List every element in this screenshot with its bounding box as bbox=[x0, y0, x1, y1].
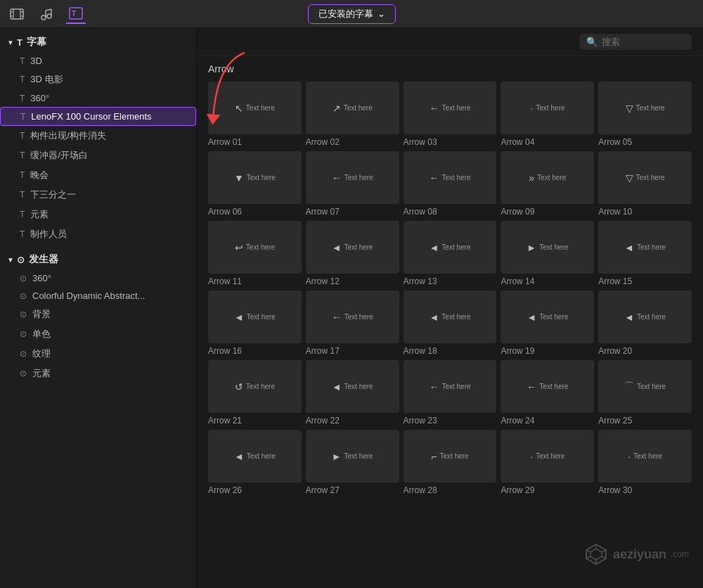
arrow-symbol-25: ⌒ bbox=[624, 381, 634, 393]
sidebar-item-gen-element[interactable]: ⊙ 元素 bbox=[0, 364, 196, 383]
T-icon: T bbox=[20, 94, 25, 103]
sidebar-item-gen-360[interactable]: ⊙ 360° bbox=[0, 269, 196, 287]
sidebar-item-3d-film[interactable]: T 3D 电影 bbox=[0, 70, 196, 89]
search-input[interactable] bbox=[602, 37, 686, 47]
sidebar-item-bumper[interactable]: T 缓冲器/开场白 bbox=[0, 146, 196, 165]
grid-item-arrow-29[interactable]: ·Text hereArrow 29 bbox=[501, 430, 594, 495]
grid-item-arrow-14[interactable]: ►Text hereArrow 14 bbox=[501, 221, 594, 286]
grid-label-19: Arrow 19 bbox=[501, 346, 594, 356]
grid-item-arrow-07[interactable]: ←Text hereArrow 07 bbox=[306, 151, 399, 217]
arrow-symbol-28: ⌐ bbox=[431, 451, 437, 462]
grid-thumb-22[interactable]: ◄Text here bbox=[306, 360, 399, 413]
grid-item-arrow-30[interactable]: ·Text hereArrow 30 bbox=[598, 430, 692, 495]
grid-item-arrow-11[interactable]: ↩Text hereArrow 11 bbox=[208, 221, 302, 286]
grid-item-arrow-08[interactable]: ←Text hereArrow 08 bbox=[404, 151, 497, 217]
grid-thumb-23[interactable]: ←Text here bbox=[404, 360, 497, 413]
grid-thumb-25[interactable]: ⌒Text here bbox=[598, 360, 692, 413]
grid-thumb-29[interactable]: ·Text here bbox=[501, 430, 594, 482]
grid-thumb-19[interactable]: ◄Text here bbox=[501, 290, 594, 343]
grid-thumb-14[interactable]: ►Text here bbox=[501, 221, 594, 274]
grid-thumb-9[interactable]: »Text here bbox=[501, 151, 594, 204]
sidebar-item-colorful[interactable]: ⊙ Colorful Dynamic Abstract... bbox=[0, 287, 196, 305]
grid-item-arrow-20[interactable]: ◄Text hereArrow 20 bbox=[598, 290, 692, 356]
grid-thumb-3[interactable]: ←Text here bbox=[404, 82, 497, 134]
film-icon[interactable] bbox=[7, 4, 27, 24]
grid-thumb-4[interactable]: ·Text here bbox=[501, 82, 594, 134]
grid-item-arrow-21[interactable]: ↺Text hereArrow 21 bbox=[208, 360, 302, 426]
svg-text:T: T bbox=[72, 10, 76, 18]
music-icon[interactable] bbox=[37, 4, 56, 24]
grid-item-arrow-17[interactable]: ←Text hereArrow 17 bbox=[306, 290, 399, 356]
grid-item-arrow-05[interactable]: ▽Text hereArrow 05 bbox=[598, 82, 692, 147]
svg-point-7 bbox=[41, 15, 46, 20]
sidebar-item-lenofx[interactable]: T LenoFX 100 Cursor Elements bbox=[0, 107, 196, 126]
grid-thumb-26[interactable]: ◄Text here bbox=[208, 430, 302, 482]
grid-item-arrow-15[interactable]: ◄Text hereArrow 15 bbox=[598, 221, 692, 286]
grid-thumb-27[interactable]: ►Text here bbox=[306, 430, 399, 482]
thumb-text-1: Text here bbox=[246, 104, 275, 112]
grid-thumb-24[interactable]: ←Text here bbox=[501, 360, 594, 413]
grid-item-arrow-23[interactable]: ←Text hereArrow 23 bbox=[404, 360, 497, 426]
grid-item-arrow-19[interactable]: ◄Text hereArrow 19 bbox=[501, 290, 594, 356]
grid-thumb-21[interactable]: ↺Text here bbox=[208, 360, 302, 413]
grid-thumb-13[interactable]: ◄Text here bbox=[404, 221, 497, 274]
sidebar-item-credits[interactable]: T 制作人员 bbox=[0, 224, 196, 244]
grid-thumb-12[interactable]: ◄Text here bbox=[306, 221, 399, 274]
grid-item-arrow-26[interactable]: ◄Text hereArrow 26 bbox=[208, 430, 302, 495]
thumb-text-16: Text here bbox=[247, 313, 276, 321]
arrow-symbol-15: ◄ bbox=[624, 242, 634, 253]
grid-thumb-20[interactable]: ◄Text here bbox=[598, 290, 692, 343]
grid-item-arrow-28[interactable]: ⌐Text hereArrow 28 bbox=[404, 430, 497, 495]
grid-item-arrow-25[interactable]: ⌒Text hereArrow 25 bbox=[598, 360, 692, 426]
grid-label-6: Arrow 06 bbox=[208, 207, 302, 217]
grid-item-arrow-10[interactable]: ▽Text hereArrow 10 bbox=[598, 151, 692, 217]
grid-thumb-2[interactable]: ↗Text here bbox=[306, 82, 399, 134]
installed-captions-dropdown[interactable]: 已安装的字幕 ⌄ bbox=[308, 4, 396, 24]
grid-label-2: Arrow 02 bbox=[306, 137, 399, 147]
sidebar-item-party[interactable]: T 晚会 bbox=[0, 165, 196, 185]
grid-thumb-7[interactable]: ←Text here bbox=[306, 151, 399, 204]
grid-item-arrow-04[interactable]: ·Text hereArrow 04 bbox=[501, 82, 594, 147]
grid-item-arrow-02[interactable]: ↗Text hereArrow 02 bbox=[306, 82, 399, 147]
sidebar-item-lower-third[interactable]: T 下三分之一 bbox=[0, 185, 196, 205]
grid-item-arrow-27[interactable]: ►Text hereArrow 27 bbox=[306, 430, 399, 495]
grid-thumb-15[interactable]: ◄Text here bbox=[598, 221, 692, 274]
grid-thumb-10[interactable]: ▽Text here bbox=[598, 151, 692, 204]
arrow-symbol-17: ← bbox=[332, 312, 342, 323]
sidebar-item-element[interactable]: T 元素 bbox=[0, 205, 196, 224]
grid-thumb-11[interactable]: ↩Text here bbox=[208, 221, 302, 274]
grid-thumb-17[interactable]: ←Text here bbox=[306, 290, 399, 343]
arrow-symbol-1: ↖ bbox=[235, 103, 243, 114]
grid-thumb-6[interactable]: ▼Text here bbox=[208, 151, 302, 204]
sidebar-item-360[interactable]: T 360° bbox=[0, 89, 196, 107]
grid-item-arrow-18[interactable]: ◄Text hereArrow 18 bbox=[404, 290, 497, 356]
grid-item-arrow-13[interactable]: ◄Text hereArrow 13 bbox=[404, 221, 497, 286]
arrow-symbol-7: ← bbox=[332, 172, 342, 184]
grid-thumb-1[interactable]: ↖Text here bbox=[208, 82, 302, 134]
sidebar-item-background[interactable]: ⊙ 背景 bbox=[0, 305, 196, 324]
grid-item-arrow-06[interactable]: ▼Text hereArrow 06 bbox=[208, 151, 302, 217]
grid-thumb-5[interactable]: ▽Text here bbox=[598, 82, 692, 134]
arrow-symbol-10: ▽ bbox=[626, 172, 633, 184]
grid-label-27: Arrow 27 bbox=[306, 485, 399, 495]
grid-thumb-28[interactable]: ⌐Text here bbox=[404, 430, 497, 482]
grid-item-arrow-16[interactable]: ◄Text hereArrow 16 bbox=[208, 290, 302, 356]
arrows-grid: ↖Text hereArrow 01↗Text hereArrow 02←Tex… bbox=[197, 82, 703, 504]
grid-item-arrow-24[interactable]: ←Text hereArrow 24 bbox=[501, 360, 594, 426]
search-input-wrap[interactable]: 🔍 bbox=[579, 34, 692, 50]
dropdown-label: 已安装的字幕 bbox=[318, 8, 373, 20]
sidebar-item-texture[interactable]: ⊙ 纹理 bbox=[0, 344, 196, 364]
grid-item-arrow-22[interactable]: ◄Text hereArrow 22 bbox=[306, 360, 399, 426]
sidebar-item-solid[interactable]: ⊙ 单色 bbox=[0, 324, 196, 344]
grid-item-arrow-03[interactable]: ←Text hereArrow 03 bbox=[404, 82, 497, 147]
grid-item-arrow-09[interactable]: »Text hereArrow 09 bbox=[501, 151, 594, 217]
grid-item-arrow-12[interactable]: ◄Text hereArrow 12 bbox=[306, 221, 399, 286]
sidebar-item-3d[interactable]: T 3D bbox=[0, 52, 196, 70]
sidebar-item-build[interactable]: T 构件出现/构件消失 bbox=[0, 126, 196, 146]
title-icon[interactable]: T bbox=[66, 4, 86, 24]
grid-thumb-30[interactable]: ·Text here bbox=[598, 430, 692, 482]
grid-thumb-8[interactable]: ←Text here bbox=[404, 151, 497, 204]
grid-item-arrow-01[interactable]: ↖Text hereArrow 01 bbox=[208, 82, 302, 147]
grid-thumb-18[interactable]: ◄Text here bbox=[404, 290, 497, 343]
grid-thumb-16[interactable]: ◄Text here bbox=[208, 290, 302, 343]
